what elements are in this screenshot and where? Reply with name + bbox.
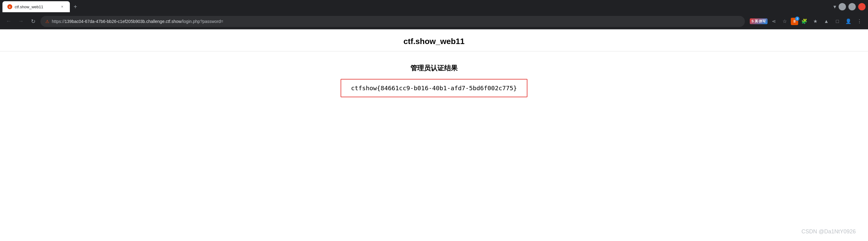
watermark: CSDN @Da1NtY0926 xyxy=(802,229,856,235)
forward-button[interactable]: → xyxy=(16,16,26,26)
new-tab-button[interactable]: + xyxy=(70,1,81,12)
extension-triangle-icon[interactable]: ▲ xyxy=(822,16,831,26)
page-title: ctf.show_web11 xyxy=(0,37,868,46)
address-input[interactable]: ⚠ https://139bac04-67da-47b6-bb26-c1ef20… xyxy=(40,16,745,27)
back-button[interactable]: ← xyxy=(4,16,13,26)
tab-bar: c ctf.show_web11 × + ▾ xyxy=(0,0,868,13)
tab-close-button[interactable]: × xyxy=(59,4,65,9)
page-content: ctf.show_web11 管理员认证结果 ctfshow{84661cc9-… xyxy=(0,29,868,241)
active-tab[interactable]: c ctf.show_web11 × xyxy=(2,1,70,12)
tab-favicon: c xyxy=(7,4,12,9)
url-text: https://139bac04-67da-47b6-bb26-c1ef205b… xyxy=(52,19,740,24)
page-header: ctf.show_web11 xyxy=(0,29,868,51)
menu-button[interactable]: ⋮ xyxy=(855,16,864,26)
window-close-button[interactable] xyxy=(858,3,866,10)
flag-box: ctfshow{84661cc9-b016-40b1-afd7-5bd6f002… xyxy=(341,79,527,97)
section-title: 管理员认证结果 xyxy=(410,64,458,73)
extension-star-icon[interactable]: ★ xyxy=(810,16,820,26)
window-maximize-button[interactable] xyxy=(848,3,856,10)
window-minimize-button[interactable] xyxy=(839,3,846,10)
share-icon[interactable]: ⋖ xyxy=(769,16,779,26)
browser-chrome: c ctf.show_web11 × + ▾ ← → ↻ ⚠ https://1… xyxy=(0,0,868,29)
address-bar: ← → ↻ ⚠ https://139bac04-67da-47b6-bb26-… xyxy=(0,13,868,29)
bookmark-icon[interactable]: ☆ xyxy=(780,16,789,26)
profile-button[interactable]: 👤 xyxy=(843,16,853,26)
security-warning-icon: ⚠ xyxy=(45,19,49,24)
page-body: 管理员认证结果 ctfshow{84661cc9-b016-40b1-afd7-… xyxy=(0,51,868,241)
refresh-button[interactable]: ↻ xyxy=(28,16,38,26)
s-extension-badge[interactable]: S 英·拼写 xyxy=(750,19,768,24)
tab-chevron-icon[interactable]: ▾ xyxy=(833,3,836,10)
extension-square-icon[interactable]: □ xyxy=(833,16,842,26)
extension-puzzle-icon[interactable]: 🧩 xyxy=(799,16,809,26)
tab-bar-right: ▾ xyxy=(833,3,866,10)
tab-title: ctf.show_web11 xyxy=(15,5,57,9)
toolbar-right: S 英·拼写 ⋖ ☆ II 🧩 ★ ▲ □ 👤 ⋮ xyxy=(750,16,864,26)
extension-orange-icon[interactable]: II xyxy=(791,18,798,25)
